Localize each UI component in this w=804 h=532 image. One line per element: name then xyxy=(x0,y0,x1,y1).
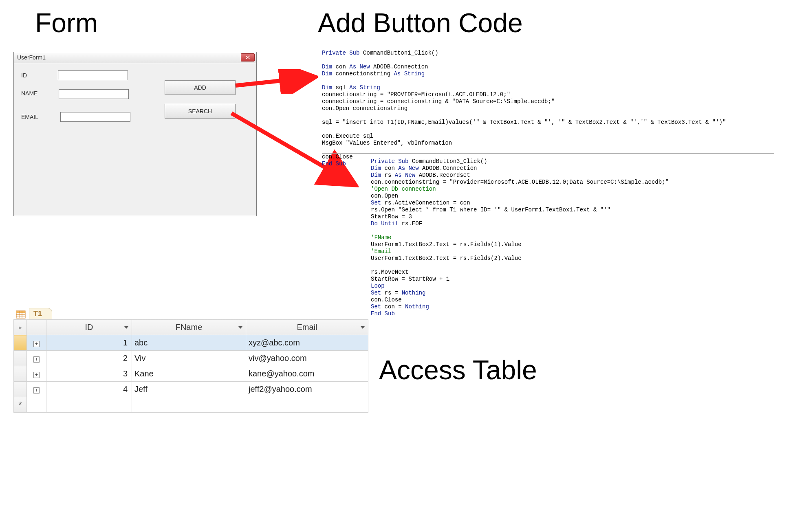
cell-email[interactable]: viv@yahoo.com xyxy=(246,351,368,366)
input-id[interactable] xyxy=(58,70,128,80)
cell-email[interactable]: kane@yahoo.com xyxy=(246,366,368,382)
row-expander[interactable]: + xyxy=(27,351,46,366)
label-email: EMAIL xyxy=(20,114,39,120)
expander-header xyxy=(27,320,46,335)
label-id: ID xyxy=(20,72,28,79)
cell-id[interactable]: 2 xyxy=(46,351,132,366)
cell-fname[interactable]: Viv xyxy=(132,351,246,366)
heading-add-button-code: Add Button Code xyxy=(318,7,523,38)
cell-fname[interactable]: Kane xyxy=(132,366,246,382)
svg-rect-3 xyxy=(16,311,25,313)
col-email[interactable]: Email xyxy=(246,320,368,335)
cell-fname[interactable]: abc xyxy=(132,335,246,351)
access-tab[interactable]: T1 xyxy=(29,308,52,319)
row-handle[interactable] xyxy=(14,335,27,351)
cell-email[interactable]: xyz@abc.com xyxy=(246,335,368,351)
row-handle[interactable] xyxy=(14,366,27,382)
chevron-down-icon[interactable] xyxy=(361,326,365,329)
table-row[interactable]: +1abcxyz@abc.com xyxy=(14,335,368,351)
chevron-down-icon[interactable] xyxy=(238,326,242,329)
access-header-row: ID FName Email xyxy=(14,320,368,335)
add-button[interactable]: ADD xyxy=(165,80,236,95)
asterisk-icon: * xyxy=(18,400,22,410)
row-expander[interactable]: + xyxy=(27,366,46,382)
userform-titlebar[interactable]: UserForm1 xyxy=(14,52,256,63)
row-expander[interactable]: + xyxy=(27,382,46,397)
code-add-button: Private Sub CommandButton1_Click() Dim c… xyxy=(322,50,726,167)
row-expander xyxy=(27,397,46,413)
heading-access-table: Access Table xyxy=(379,354,537,385)
cell-id[interactable] xyxy=(46,397,132,413)
cell-id[interactable]: 1 xyxy=(46,335,132,351)
cell-fname[interactable] xyxy=(132,397,246,413)
input-email[interactable] xyxy=(60,112,130,122)
plus-icon: + xyxy=(33,356,40,363)
code-search-button: Private Sub CommandButton3_Click() Dim c… xyxy=(371,158,669,317)
cell-id[interactable]: 3 xyxy=(46,366,132,382)
col-id[interactable]: ID xyxy=(46,320,132,335)
table-row[interactable]: +4Jeffjeff2@yahoo.com xyxy=(14,382,368,397)
new-record-handle[interactable]: * xyxy=(14,397,27,413)
cell-email[interactable] xyxy=(246,397,368,413)
cell-id[interactable]: 4 xyxy=(46,382,132,397)
row-handle[interactable] xyxy=(14,351,27,366)
select-all-handle[interactable] xyxy=(14,320,27,335)
input-name[interactable] xyxy=(59,89,129,99)
table-row[interactable]: +2Vivviv@yahoo.com xyxy=(14,351,368,366)
new-record-row[interactable]: * xyxy=(14,397,368,413)
userform-title: UserForm1 xyxy=(17,54,46,61)
code-separator xyxy=(322,153,774,154)
row-handle[interactable] xyxy=(14,382,27,397)
search-button[interactable]: SEARCH xyxy=(165,104,236,119)
cell-email[interactable]: jeff2@yahoo.com xyxy=(246,382,368,397)
table-row[interactable]: +3Kanekane@yahoo.com xyxy=(14,366,368,382)
userform-window: UserForm1 ID NAME EMAIL ADD SEARCH xyxy=(13,52,257,216)
access-grid: ID FName Email +1abcxyz@abc.com+2Vivviv@… xyxy=(13,319,368,413)
label-name: NAME xyxy=(20,90,38,97)
chevron-down-icon[interactable] xyxy=(124,326,128,329)
access-table-panel: T1 ID FName Email +1abcxyz@abc.com+2Vivv… xyxy=(13,307,368,413)
row-expander[interactable]: + xyxy=(27,335,46,351)
close-icon[interactable] xyxy=(241,53,255,62)
datasheet-icon xyxy=(16,310,26,319)
heading-form: Form xyxy=(35,7,98,38)
plus-icon: + xyxy=(33,387,40,394)
plus-icon: + xyxy=(33,341,40,347)
cell-fname[interactable]: Jeff xyxy=(132,382,246,397)
plus-icon: + xyxy=(33,372,40,378)
col-fname[interactable]: FName xyxy=(132,320,246,335)
userform-body: ID NAME EMAIL ADD SEARCH xyxy=(14,63,256,216)
